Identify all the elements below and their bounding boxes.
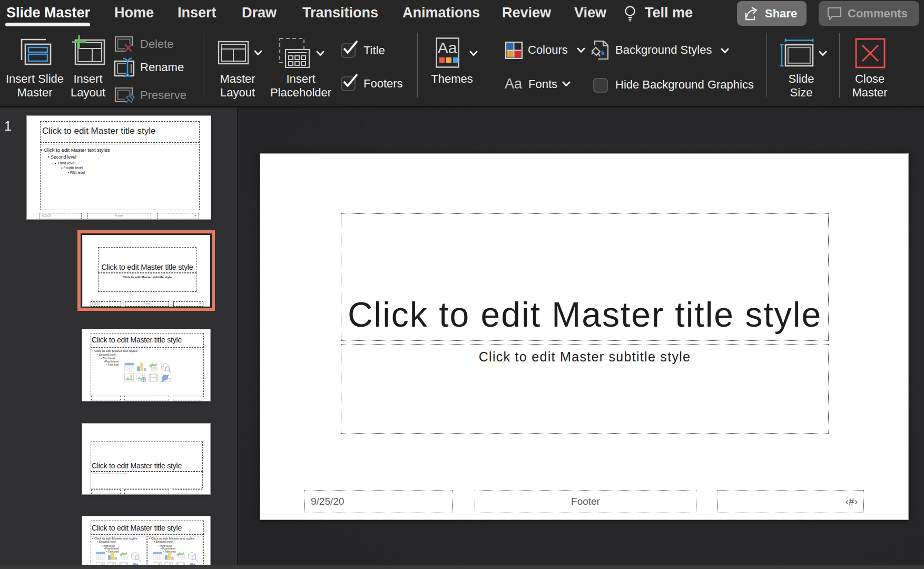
svg-text:Aa: Aa (438, 39, 457, 56)
